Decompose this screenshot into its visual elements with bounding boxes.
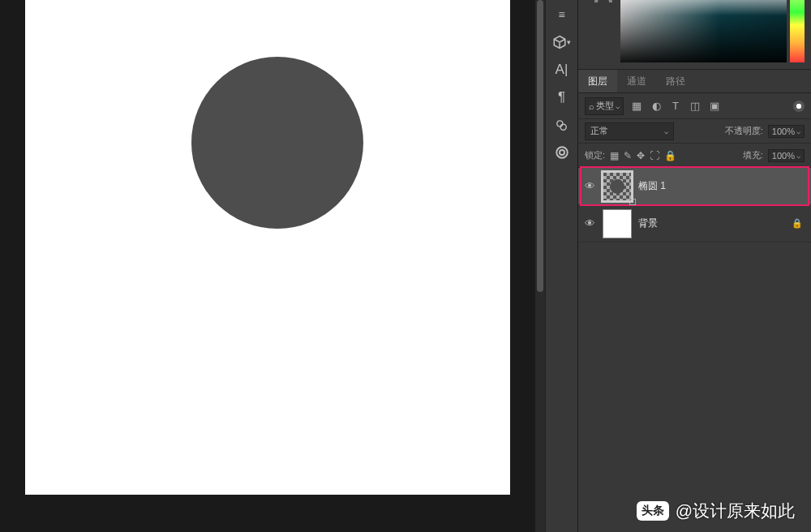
visibility-toggle[interactable]: 👁 — [583, 180, 596, 192]
opacity-input[interactable]: 100% ⌵ — [768, 125, 805, 138]
blend-row: 正常 ⌵ 不透明度: 100% ⌵ — [578, 119, 811, 144]
layer-thumbnail-shape[interactable] — [603, 172, 632, 201]
lock-artboard-icon[interactable]: ⛶ — [650, 150, 659, 161]
lock-icon: 🔒 — [792, 218, 803, 229]
layer-name[interactable]: 椭圆 1 — [638, 179, 808, 193]
layers-panel: 图层 通道 路径 ⌕ 类型 ⌵ ▦ ◐ T ◫ ▣ 正常 ⌵ 不透明度: 100… — [577, 0, 811, 532]
chevron-down-icon: ⌵ — [664, 127, 668, 135]
filter-adjust-icon[interactable]: ◐ — [650, 100, 663, 112]
layer-row-ellipse[interactable]: 👁 椭圆 1 — [578, 168, 811, 205]
search-icon: ⌕ — [589, 101, 594, 111]
blend-mode-select[interactable]: 正常 ⌵ — [585, 122, 674, 140]
filter-shape-icon[interactable]: ◫ — [689, 100, 702, 112]
filter-kind-select[interactable]: ⌕ 类型 ⌵ — [585, 97, 624, 115]
hue-slider[interactable] — [790, 0, 805, 62]
lock-row: 锁定: ▦ ✎ ✥ ⛶ 🔒 填充: 100% ⌵ — [578, 144, 811, 168]
fill-value: 100% — [772, 151, 795, 161]
filter-type-icons: ▦ ◐ T ◫ ▣ — [630, 100, 721, 112]
layer-filter-row: ⌕ 类型 ⌵ ▦ ◐ T ◫ ▣ — [578, 93, 811, 119]
filter-kind-label: 类型 — [596, 100, 614, 112]
hamburger-icon[interactable]: ≡ — [550, 3, 574, 26]
opacity-label: 不透明度: — [725, 125, 763, 137]
tab-paths[interactable]: 路径 — [656, 70, 695, 92]
filter-type-icon[interactable]: T — [669, 100, 682, 112]
cube-icon[interactable]: ▾ — [550, 31, 574, 54]
color-picker — [578, 0, 811, 69]
filter-toggle[interactable] — [793, 101, 805, 112]
tab-layers[interactable]: 图层 — [578, 70, 617, 92]
vertical-scrollbar[interactable] — [535, 0, 545, 532]
color-swatch-ring[interactable] — [594, 0, 617, 62]
chevron-down-icon: ⌵ — [796, 127, 800, 135]
filter-smart-icon[interactable]: ▣ — [708, 100, 721, 112]
canvas-area[interactable] — [0, 0, 535, 532]
fill-label: 填充: — [743, 149, 763, 161]
lock-all-icon[interactable]: 🔒 — [664, 150, 676, 161]
layer-name[interactable]: 背景 — [638, 217, 785, 230]
color-field[interactable] — [620, 0, 787, 62]
blend-mode-value: 正常 — [590, 125, 608, 137]
tool-sidebar: ≡ ▾ A| ¶ — [545, 0, 577, 532]
paragraph-icon[interactable]: ¶ — [550, 86, 574, 109]
watermark-badge: 头条 — [637, 501, 669, 521]
chevron-down-icon: ⌵ — [796, 152, 800, 160]
tab-channels[interactable]: 通道 — [617, 70, 656, 92]
canvas-background[interactable] — [25, 0, 510, 495]
panel-tabs: 图层 通道 路径 — [578, 69, 811, 93]
layers-list: 👁 椭圆 1 👁 背景 🔒 — [578, 168, 811, 532]
svg-point-3 — [560, 150, 564, 155]
watermark: 头条 @设计原来如此 — [637, 500, 795, 522]
lock-brush-icon[interactable]: ✎ — [624, 150, 632, 161]
link-icon[interactable] — [550, 114, 574, 136]
svg-point-0 — [557, 120, 563, 126]
type-icon[interactable]: A| — [550, 58, 574, 81]
svg-point-1 — [560, 124, 566, 130]
ellipse-shape[interactable] — [191, 57, 363, 229]
svg-point-2 — [556, 147, 568, 158]
cc-icon[interactable] — [550, 141, 574, 164]
filter-pixel-icon[interactable]: ▦ — [630, 100, 643, 112]
scrollbar-thumb[interactable] — [537, 0, 543, 292]
lock-move-icon[interactable]: ✥ — [637, 150, 645, 161]
lock-transparent-icon[interactable]: ▦ — [610, 150, 619, 161]
watermark-text: @设计原来如此 — [676, 500, 795, 522]
opacity-value: 100% — [772, 127, 795, 136]
layer-row-background[interactable]: 👁 背景 🔒 — [578, 205, 811, 242]
visibility-toggle[interactable]: 👁 — [583, 217, 596, 230]
layer-thumbnail-bg[interactable] — [603, 209, 632, 238]
lock-label: 锁定: — [585, 149, 605, 161]
fill-input[interactable]: 100% ⌵ — [768, 149, 805, 162]
chevron-down-icon: ⌵ — [616, 102, 620, 110]
